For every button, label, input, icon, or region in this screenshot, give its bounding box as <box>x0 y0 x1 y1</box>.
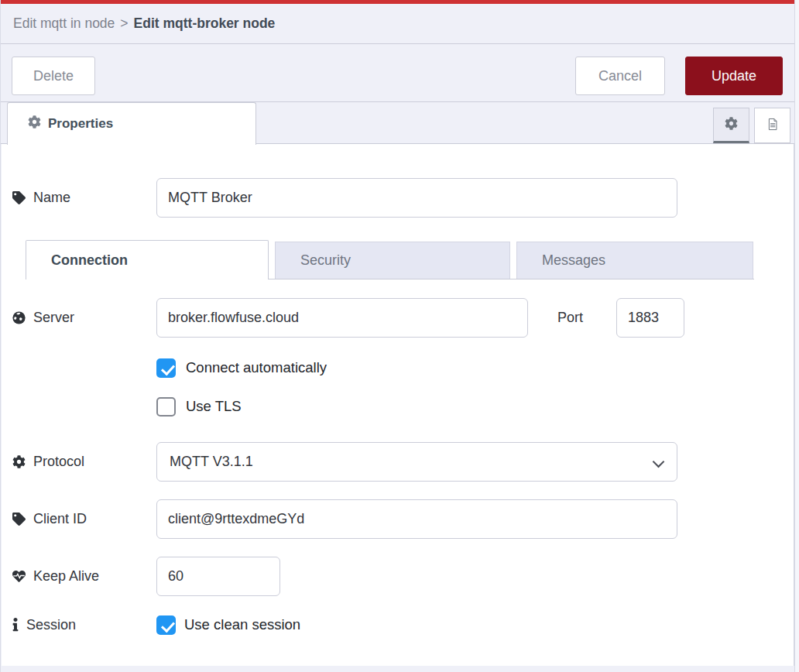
keep-alive-row: Keep Alive <box>2 557 794 596</box>
gear-icon <box>12 455 26 468</box>
cancel-button[interactable]: Cancel <box>575 57 665 95</box>
use-tls-label[interactable]: Use TLS <box>186 398 242 415</box>
tag-icon <box>12 513 26 526</box>
port-label: Port <box>557 298 583 338</box>
gear-icon <box>28 115 41 132</box>
clean-session-label[interactable]: Use clean session <box>184 616 300 633</box>
tab-security[interactable]: Security <box>275 242 510 279</box>
protocol-select[interactable]: MQTT V3.1.1 <box>156 442 677 482</box>
chevron-down-icon <box>653 456 665 468</box>
server-input[interactable] <box>156 298 528 338</box>
session-row: Session Use clean session <box>2 614 794 636</box>
server-label: Server <box>12 298 74 338</box>
tag-icon <box>12 191 26 204</box>
breadcrumb-parent[interactable]: Edit mqtt in node <box>13 15 115 32</box>
client-id-input[interactable] <box>156 499 677 539</box>
server-label-text: Server <box>33 310 74 326</box>
name-label: Name <box>12 178 70 218</box>
breadcrumb: Edit mqtt in node > Edit mqtt-broker nod… <box>1 4 794 44</box>
broker-section-tabs: Connection Security Messages <box>2 240 794 279</box>
edit-mqtt-broker-dialog: Edit mqtt in node > Edit mqtt-broker nod… <box>0 0 799 672</box>
port-input[interactable] <box>616 298 684 338</box>
info-icon <box>12 618 19 632</box>
client-id-row: Client ID <box>2 499 794 539</box>
breadcrumb-separator: > <box>115 15 133 32</box>
heartbeat-icon <box>12 570 26 583</box>
connect-auto-checkbox[interactable] <box>156 358 176 378</box>
clean-session-row: Use clean session <box>156 614 300 636</box>
keep-alive-label: Keep Alive <box>12 557 99 596</box>
globe-icon <box>12 311 26 324</box>
node-edit-form: Name Connection Security Messages <box>2 144 794 666</box>
protocol-row: Protocol MQTT V3.1.1 <box>2 442 794 482</box>
breadcrumb-current: Edit mqtt-broker node <box>134 15 276 32</box>
tab-messages[interactable]: Messages <box>516 242 753 279</box>
tab-connection-label: Connection <box>51 252 128 269</box>
name-label-text: Name <box>33 190 70 206</box>
use-tls-checkbox[interactable] <box>156 397 176 417</box>
keep-alive-input[interactable] <box>156 557 280 596</box>
properties-tab-label: Properties <box>48 116 113 132</box>
connect-auto-row: Connect automatically <box>156 358 327 378</box>
protocol-label: Protocol <box>12 442 84 482</box>
dialog-toolbar: Delete Cancel Update <box>1 44 794 102</box>
dialog-main: Edit mqtt in node > Edit mqtt-broker nod… <box>0 0 794 672</box>
scrollbar-track[interactable] <box>794 0 799 672</box>
editor-tab-row: Properties <box>1 102 794 144</box>
gear-icon <box>725 117 738 132</box>
server-row: Server Port <box>2 298 794 338</box>
use-tls-row: Use TLS <box>156 396 242 417</box>
connect-auto-label[interactable]: Connect automatically <box>186 359 327 376</box>
session-label: Session <box>12 614 76 636</box>
update-button[interactable]: Update <box>685 57 783 95</box>
tab-messages-label: Messages <box>542 252 605 269</box>
tab-security-label: Security <box>300 252 351 269</box>
tab-properties[interactable]: Properties <box>7 102 256 145</box>
tab-connection[interactable]: Connection <box>26 240 269 279</box>
name-row: Name <box>2 178 794 218</box>
client-id-label: Client ID <box>12 499 87 539</box>
node-description-button[interactable] <box>754 108 790 143</box>
doc-icon <box>766 118 779 133</box>
clean-session-checkbox[interactable] <box>156 615 176 635</box>
delete-button[interactable]: Delete <box>12 57 95 95</box>
protocol-selected-value: MQTT V3.1.1 <box>170 454 253 470</box>
protocol-label-text: Protocol <box>33 454 84 470</box>
node-properties-button[interactable] <box>713 108 749 143</box>
name-input[interactable] <box>156 178 677 218</box>
session-label-text: Session <box>26 617 76 633</box>
keep-alive-label-text: Keep Alive <box>33 568 99 585</box>
client-id-label-text: Client ID <box>33 511 87 527</box>
